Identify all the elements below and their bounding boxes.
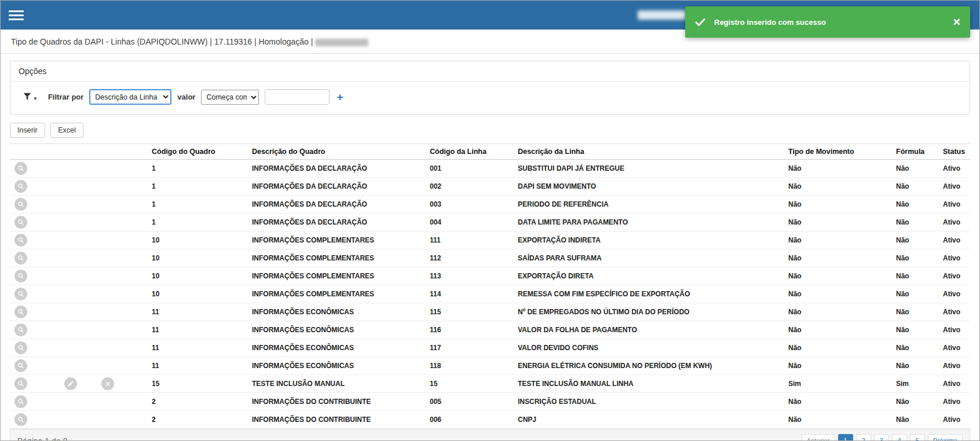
cell-descricao-quadro: INFORMAÇÕES ECONÔMICAS (247, 303, 425, 321)
magnifier-icon (17, 255, 24, 262)
cell-formula: Não (891, 303, 938, 321)
excel-button[interactable]: Excel (50, 123, 83, 138)
cell-descricao-linha: INSCRIÇÃO ESTADUAL (513, 393, 784, 411)
view-row-button[interactable] (14, 413, 27, 426)
cell-descricao-quadro: INFORMAÇÕES DA DECLARAÇÃO (247, 178, 425, 196)
edit-row-button[interactable] (64, 377, 77, 390)
next-page-button[interactable]: Próxima (928, 434, 963, 441)
cell-tipo-movimento: Não (784, 321, 891, 339)
page-title-text: Tipo de Quadros da DAPI - Linhas (DAPIQD… (11, 37, 315, 46)
filter-value-input[interactable] (265, 89, 330, 105)
cell-descricao-quadro: INFORMAÇÕES DA DECLARAÇÃO (247, 214, 425, 231)
view-row-button[interactable] (14, 377, 27, 390)
row-actions-cell (10, 249, 147, 267)
cell-codigo-linha: 116 (425, 321, 513, 339)
table-header-row: Código do Quadro Descrição do Quadro Cód… (10, 144, 970, 160)
cell-codigo-linha: 117 (425, 339, 513, 357)
menu-icon[interactable] (9, 8, 24, 23)
view-row-button[interactable] (14, 216, 27, 229)
cell-tipo-movimento: Não (784, 303, 891, 321)
cell-formula: Não (891, 214, 938, 231)
cell-tipo-movimento: Não (784, 285, 891, 303)
view-row-button[interactable] (14, 395, 27, 408)
view-row-button[interactable] (14, 270, 27, 282)
row-actions-cell (10, 160, 147, 178)
cell-tipo-movimento: Não (784, 214, 891, 231)
table-row: 2INFORMAÇÕES DO CONTRIBUINTE005INSCRIÇÃO… (10, 393, 970, 411)
cell-formula: Não (891, 249, 938, 267)
table-row: 11INFORMAÇÕES ECONÔMICAS116VALOR DA FOLH… (10, 321, 970, 339)
cell-tipo-movimento: Não (784, 160, 891, 178)
view-row-button[interactable] (14, 162, 27, 175)
cell-status: Ativo (938, 393, 970, 411)
valor-label: valor (177, 93, 195, 101)
cell-status: Ativo (938, 231, 970, 249)
page-button-2[interactable]: 2 (856, 434, 871, 441)
cell-descricao-quadro: INFORMAÇÕES DO CONTRIBUINTE (247, 411, 425, 429)
view-row-button[interactable] (14, 341, 27, 354)
page-button-4[interactable]: 4 (892, 434, 907, 441)
cell-status: Ativo (938, 285, 970, 303)
actions-row: Inserir Excel (10, 123, 970, 138)
delete-row-button[interactable] (101, 377, 114, 390)
prev-page-button[interactable]: Anterior (802, 434, 835, 441)
table-row: 11INFORMAÇÕES ECONÔMICAS117VALOR DEVIDO … (10, 339, 970, 357)
cell-descricao-linha: DAPI SEM MOVIMENTO (513, 178, 784, 196)
cell-codigo-linha: 006 (425, 411, 513, 429)
view-row-button[interactable] (14, 359, 27, 372)
magnifier-icon (17, 183, 24, 190)
options-panel-title: Opções (10, 61, 970, 82)
cell-status: Ativo (938, 267, 970, 285)
page-button-5[interactable]: 5 (910, 434, 925, 441)
data-grid: Código do Quadro Descrição do Quadro Cód… (10, 144, 970, 429)
table-row: 10INFORMAÇÕES COMPLEMENTARES114REMESSA C… (10, 285, 970, 303)
column-header: Tipo de Movimento (784, 144, 891, 160)
cell-descricao-linha: SUBSTITUI DAPI JÁ ENTREGUE (513, 160, 784, 178)
cell-formula: Sim (891, 375, 938, 393)
row-actions-cell (10, 339, 147, 357)
cell-codigo-quadro: 11 (147, 303, 247, 321)
row-actions-cell (10, 214, 147, 231)
column-header: Status (938, 144, 970, 160)
filter-icon[interactable]: ▼ (23, 93, 38, 101)
cell-descricao-linha: ENERGIA ELÉTRICA CONSUMIDA NO PERÍODO (E… (513, 357, 784, 375)
column-header: Fórmula (891, 144, 938, 160)
row-actions-cell (10, 393, 147, 411)
view-row-button[interactable] (14, 234, 27, 247)
magnifier-icon (17, 362, 24, 369)
cell-status: Ativo (938, 249, 970, 267)
cell-descricao-quadro: INFORMAÇÕES DO CONTRIBUINTE (247, 393, 425, 411)
filter-field-select[interactable]: Descrição da Linha (89, 89, 171, 105)
toast-message: Registro inserido com sucesso (714, 18, 953, 27)
insert-button[interactable]: Inserir (10, 123, 45, 138)
page-button-1[interactable]: 1 (838, 434, 853, 441)
table-row: 1INFORMAÇÕES DA DECLARAÇÃO004DATA LIMITE… (10, 214, 970, 231)
cell-codigo-quadro: 10 (147, 267, 247, 285)
table-row: 10INFORMAÇÕES COMPLEMENTARES113EXPORTAÇÃ… (10, 267, 970, 285)
magnifier-icon (17, 308, 24, 315)
row-actions-cell (10, 267, 147, 285)
cell-formula: Não (891, 411, 938, 429)
magnifier-icon (17, 398, 24, 405)
cell-descricao-linha: SAÍDAS PARA SUFRAMA (513, 249, 784, 267)
grid-footer: Página 1 de 9 Anterior 12345 Próxima (10, 429, 970, 441)
add-filter-button[interactable]: + (337, 91, 343, 102)
cell-tipo-movimento: Não (784, 249, 891, 267)
row-actions-cell (10, 178, 147, 196)
table-row: 15TESTE INCLUSÃO MANUAL15TESTE INCLUSÃO … (10, 375, 970, 393)
view-row-button[interactable] (14, 306, 27, 318)
view-row-button[interactable] (14, 288, 27, 300)
close-icon[interactable]: ✕ (953, 17, 961, 27)
filter-operator-select[interactable]: Começa com (201, 90, 259, 105)
cell-status: Ativo (938, 160, 970, 178)
view-row-button[interactable] (14, 198, 27, 211)
page-button-3[interactable]: 3 (874, 434, 889, 441)
view-row-button[interactable] (14, 252, 27, 264)
view-row-button[interactable] (14, 180, 27, 193)
view-row-button[interactable] (14, 324, 27, 336)
cell-descricao-quadro: INFORMAÇÕES COMPLEMENTARES (247, 231, 425, 249)
page-title-redacted (315, 39, 368, 46)
row-actions-cell (10, 411, 147, 429)
cell-descricao-linha: TESTE INCLUSÃO MANUAL LINHA (513, 375, 784, 393)
pagination: Anterior 12345 Próxima (799, 434, 963, 441)
